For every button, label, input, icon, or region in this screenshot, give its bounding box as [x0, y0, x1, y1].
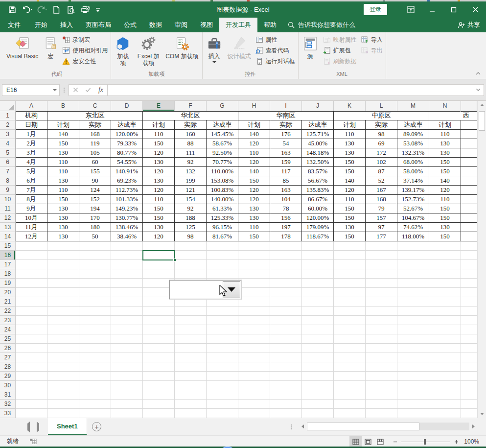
cell-C9[interactable]: 124	[79, 186, 111, 195]
cell-K18[interactable]	[334, 269, 366, 279]
cell-G18[interactable]	[207, 269, 238, 279]
minimize-button[interactable]	[421, 1, 443, 18]
cell-N5[interactable]: 130	[429, 148, 461, 158]
tab-file[interactable]: 文件	[0, 18, 28, 32]
cell-C16[interactable]	[79, 251, 111, 260]
cell-B15[interactable]	[47, 241, 79, 251]
xml-source-button[interactable]: 源	[300, 34, 321, 69]
row-header-20[interactable]: 20	[0, 288, 16, 297]
cell-A7[interactable]: 5月	[16, 167, 47, 176]
cell-F24[interactable]	[175, 325, 207, 334]
row-header-9[interactable]: 9	[0, 186, 16, 195]
tab-review[interactable]: 审阅	[168, 18, 194, 32]
cell-L30[interactable]	[366, 381, 397, 390]
cell-L16[interactable]	[366, 251, 397, 260]
cell-B28[interactable]	[47, 362, 79, 372]
cell-K25[interactable]	[334, 334, 366, 344]
row-header-8[interactable]: 8	[0, 176, 16, 186]
cell-A20[interactable]	[16, 288, 47, 297]
cell-K5[interactable]: 130	[334, 148, 366, 158]
tab-page-layout[interactable]: 页面布局	[79, 18, 117, 32]
scroll-left-button[interactable]	[299, 422, 307, 431]
tab-formulas[interactable]: 公式	[117, 18, 143, 32]
cell-H31[interactable]	[238, 390, 270, 400]
cell-F5[interactable]: 111	[175, 148, 207, 158]
cell-F13[interactable]: 125	[175, 223, 207, 232]
cell-G6[interactable]: 70.77%	[207, 158, 238, 167]
cell-H29[interactable]	[238, 372, 270, 381]
cell-K13[interactable]: 130	[334, 223, 366, 232]
collapse-ribbon-button[interactable]	[475, 70, 481, 77]
cell-I26[interactable]	[270, 344, 302, 353]
cell-J23[interactable]	[302, 316, 334, 325]
cell-L15[interactable]	[366, 241, 397, 251]
cell-I2[interactable]: 实际	[270, 120, 302, 130]
row-header-16[interactable]: 16	[0, 251, 16, 260]
cell-partial-1[interactable]: 西	[461, 111, 477, 120]
cell-K16[interactable]	[334, 251, 366, 260]
cell-F27[interactable]	[175, 353, 207, 362]
formula-bar-splitter[interactable]	[61, 88, 68, 93]
row-header-3[interactable]: 3	[0, 130, 16, 139]
cell-B13[interactable]: 130	[47, 223, 79, 232]
cell-M3[interactable]: 89.09%	[397, 130, 429, 139]
cell-F32[interactable]	[175, 400, 207, 409]
sheet-nav-prev-button[interactable]	[27, 424, 30, 430]
cell-J2[interactable]: 达成率	[302, 120, 334, 130]
cell-M33[interactable]	[397, 409, 429, 418]
cell-L7[interactable]: 87	[366, 167, 397, 176]
cell-A26[interactable]	[16, 344, 47, 353]
cell-E27[interactable]	[143, 353, 175, 362]
tab-developer[interactable]: 开发工具	[219, 18, 257, 32]
tell-me-search[interactable]: 告诉我你想要做什么	[288, 18, 355, 32]
cell-L28[interactable]	[366, 362, 397, 372]
cell-E8[interactable]: 130	[143, 176, 175, 186]
cell-B2[interactable]: 计划	[47, 120, 79, 130]
cell-J17[interactable]	[302, 260, 334, 269]
cell-B18[interactable]	[47, 269, 79, 279]
cell-L11[interactable]: 79	[366, 204, 397, 213]
col-header-G[interactable]: G	[207, 101, 238, 111]
vertical-scrollbar[interactable]	[477, 101, 486, 418]
cell-G33[interactable]	[207, 409, 238, 418]
view-normal-button[interactable]	[349, 436, 362, 447]
cell-E18[interactable]	[143, 269, 175, 279]
cell-E30[interactable]	[143, 381, 175, 390]
cell-D33[interactable]	[111, 409, 143, 418]
cell-L19[interactable]	[366, 279, 397, 288]
cell-C3[interactable]: 168	[79, 130, 111, 139]
cell-partial-14[interactable]	[461, 232, 477, 241]
cell-J10[interactable]: 86.67%	[302, 195, 334, 204]
cell-A17[interactable]	[16, 260, 47, 269]
cell-N1[interactable]	[429, 111, 461, 120]
cell-M4[interactable]: 53.08%	[397, 139, 429, 148]
col-header-J[interactable]: J	[302, 101, 334, 111]
cell-H21[interactable]	[238, 297, 270, 307]
expansion-packs-button[interactable]: 扩展包	[323, 46, 357, 55]
cell-G14[interactable]: 81.67%	[207, 232, 238, 241]
insert-function-button[interactable]: fx	[94, 85, 107, 95]
cell-A13[interactable]: 11月	[16, 223, 47, 232]
cell-J33[interactable]	[302, 409, 334, 418]
cell-D20[interactable]	[111, 288, 143, 297]
cell-G26[interactable]	[207, 344, 238, 353]
cell-H9[interactable]: 120	[238, 186, 270, 195]
cell-B21[interactable]	[47, 297, 79, 307]
cell-M19[interactable]	[397, 279, 429, 288]
row-header-32[interactable]: 32	[0, 400, 16, 409]
cell-G7[interactable]: 110.00%	[207, 167, 238, 176]
cell-C33[interactable]	[79, 409, 111, 418]
row-header-30[interactable]: 30	[0, 381, 16, 390]
cell-E15[interactable]	[143, 241, 175, 251]
row-header-17[interactable]: 17	[0, 260, 16, 269]
cell-L33[interactable]	[366, 409, 397, 418]
cell-L25[interactable]	[366, 334, 397, 344]
cell-partial-24[interactable]	[461, 325, 477, 334]
cell-B11[interactable]: 130	[47, 204, 79, 213]
cell-M7[interactable]: 58.00%	[397, 167, 429, 176]
cell-J21[interactable]	[302, 297, 334, 307]
cell-I12[interactable]: 156	[270, 213, 302, 223]
cell-N12[interactable]: 150	[429, 213, 461, 223]
cell-C2[interactable]: 实际	[79, 120, 111, 130]
addins-button[interactable]: 加载项	[112, 34, 134, 69]
